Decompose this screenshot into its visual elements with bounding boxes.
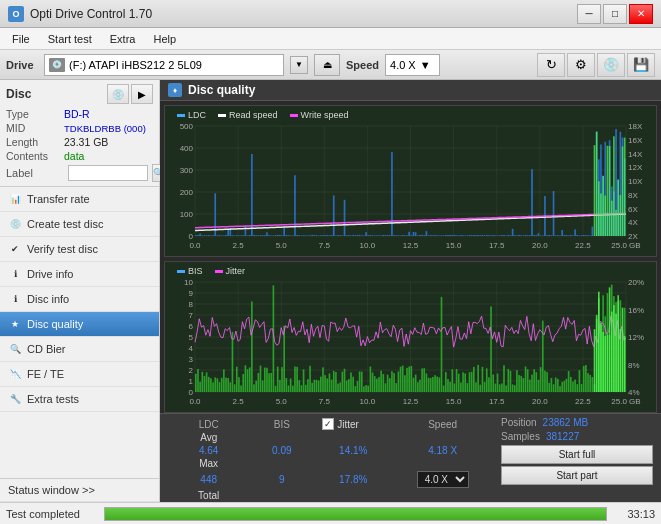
app-icon: O [8,6,24,22]
extra-tests-icon: 🔧 [8,392,22,406]
contents-value: data [64,150,84,162]
disc-info-icon: ℹ [8,292,22,306]
start-full-button[interactable]: Start full [501,445,653,464]
samples-label: Samples [501,431,540,442]
sidebar-item-disc-info[interactable]: ℹ Disc info [0,287,159,312]
menu-start-test[interactable]: Start test [40,31,100,47]
jitter-legend: Jitter [215,266,246,276]
bis-legend: BIS [177,266,203,276]
menu-bar: File Start test Extra Help [0,28,661,50]
sidebar-item-drive-info[interactable]: ℹ Drive info [0,262,159,287]
drive-text: (F:) ATAPI iHBS212 2 5L09 [69,59,202,71]
top-chart-legend: LDC Read speed Write speed [169,108,356,122]
max-bis: 9 [249,470,314,489]
avg-ldc: 4.64 [168,444,249,457]
mid-value: TDKBLDRBB (000) [64,123,146,134]
top-chart: LDC Read speed Write speed [164,105,657,257]
speed-dropdown-arrow: ▼ [420,59,431,71]
jitter-checkbox[interactable]: ✓ [322,418,334,430]
title-bar: O Opti Drive Control 1.70 ─ □ ✕ [0,0,661,28]
sidebar-item-transfer-rate[interactable]: 📊 Transfer rate [0,187,159,212]
read-speed-legend: Read speed [218,110,278,120]
ldc-chart-canvas [165,106,656,256]
quality-title-icon: ♦ [168,83,182,97]
drive-icon: 💿 [49,58,65,72]
disc-icon-area: 💿 ▶ [107,84,153,104]
position-label: Position [501,417,537,428]
disc-icon-btn-1[interactable]: 💿 [107,84,129,104]
total-label: Total [168,489,249,502]
cd-bier-icon: 🔍 [8,342,22,356]
disc-panel-title: Disc [6,87,31,101]
avg-jitter: 14.1% [314,444,392,457]
close-button[interactable]: ✕ [629,4,653,24]
drive-info-icon: ℹ [8,267,22,281]
drive-dropdown-button[interactable]: ▼ [290,56,308,74]
quality-title: Disc quality [188,83,255,97]
menu-help[interactable]: Help [145,31,184,47]
status-time: 33:13 [615,508,655,520]
position-value: 23862 MB [543,417,589,428]
quality-header: ♦ Disc quality [160,80,661,101]
bis-chart-canvas [165,262,656,412]
settings-button[interactable]: ⚙ [567,53,595,77]
speed-select[interactable]: 4.0 X ▼ [385,54,440,76]
sidebar-item-cd-bier[interactable]: 🔍 CD Bier [0,337,159,362]
toolbar-buttons: ↻ ⚙ 💿 💾 [537,53,655,77]
disc-info-label: Disc info [27,293,69,305]
status-window-item[interactable]: Status window >> [0,479,159,502]
charts-area: LDC Read speed Write speed [160,101,661,413]
max-label: Max [168,457,249,470]
length-label: Length [6,136,64,148]
verify-test-disc-icon: ✔ [8,242,22,256]
sidebar-item-disc-quality[interactable]: ★ Disc quality [0,312,159,337]
bis-header: BIS [249,417,314,431]
stats-table: LDC BIS ✓ Jitter Speed [168,417,493,502]
type-value: BD-R [64,108,90,120]
cd-bier-label: CD Bier [27,343,66,355]
start-part-button[interactable]: Start part [501,466,653,485]
menu-file[interactable]: File [4,31,38,47]
nav-items: 📊 Transfer rate 💿 Create test disc ✔ Ver… [0,187,159,478]
avg-label: Avg [168,431,249,444]
drive-select[interactable]: 💿 (F:) ATAPI iHBS212 2 5L09 [44,54,284,76]
verify-test-disc-label: Verify test disc [27,243,98,255]
menu-extra[interactable]: Extra [102,31,144,47]
contents-label: Contents [6,150,64,162]
bottom-chart: BIS Jitter [164,261,657,413]
drive-info-label: Drive info [27,268,73,280]
speed-target-select[interactable]: 4.0 X 2.0 X 6.0 X [417,471,469,488]
jitter-check-cell[interactable]: ✓ Jitter [314,417,392,431]
eject-button[interactable]: ⏏ [314,54,340,76]
type-label: Type [6,108,64,120]
mid-label: MID [6,122,64,134]
speed-label: Speed [346,59,379,71]
jitter-checkbox-row: ✓ Jitter [322,418,384,430]
minimize-button[interactable]: ─ [577,4,601,24]
sidebar-item-extra-tests[interactable]: 🔧 Extra tests [0,387,159,412]
disc-icon-btn-2[interactable]: ▶ [131,84,153,104]
disc-quality-icon: ★ [8,317,22,331]
main-layout: Disc 💿 ▶ Type BD-R MID TDKBLDRBB (000) L… [0,80,661,502]
create-test-disc-label: Create test disc [27,218,103,230]
maximize-button[interactable]: □ [603,4,627,24]
speed-value: 4.0 X [390,59,416,71]
extra-tests-label: Extra tests [27,393,79,405]
sidebar-item-create-test-disc[interactable]: 💿 Create test disc [0,212,159,237]
status-text: Test completed [6,508,96,520]
refresh-button[interactable]: ↻ [537,53,565,77]
drive-bar: Drive 💿 (F:) ATAPI iHBS212 2 5L09 ▼ ⏏ Sp… [0,50,661,80]
disc-button[interactable]: 💿 [597,53,625,77]
label-label: Label [6,167,64,179]
sidebar-item-fe-te[interactable]: 📉 FE / TE [0,362,159,387]
save-button[interactable]: 💾 [627,53,655,77]
label-input[interactable] [68,165,148,181]
bottom-chart-legend: BIS Jitter [169,264,253,278]
jitter-header-label: Jitter [337,419,359,430]
stats-footer: LDC BIS ✓ Jitter Speed [160,413,661,502]
speed-current: 4.18 X [392,444,493,457]
sidebar-item-verify-test-disc[interactable]: ✔ Verify test disc [0,237,159,262]
progress-fill [105,508,606,520]
transfer-rate-icon: 📊 [8,192,22,206]
stats-right: Position 23862 MB Samples 381227 Start f… [493,417,653,502]
